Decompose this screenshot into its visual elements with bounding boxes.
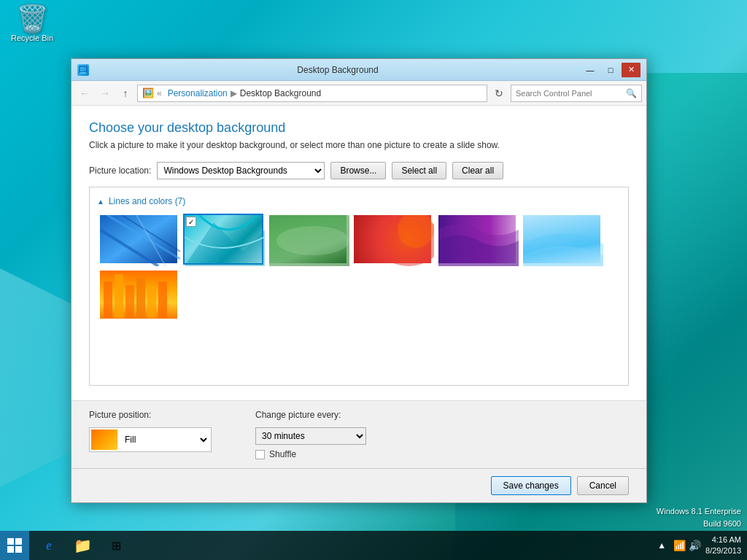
search-input[interactable] (516, 89, 623, 98)
back-button[interactable]: ← (76, 85, 93, 102)
thumbnail-7[interactable] (98, 269, 179, 320)
thumbnail-5[interactable] (437, 214, 517, 265)
up-button[interactable]: ↑ (117, 85, 134, 102)
window-app-icon (77, 64, 89, 76)
svg-line-5 (136, 215, 166, 266)
address-breadcrumb-1: « (157, 88, 162, 98)
volume-icon[interactable]: 🔊 (689, 540, 701, 551)
explorer-icon: 📁 (74, 537, 92, 554)
window-titlebar: Desktop Background — □ ✕ (71, 59, 646, 81)
address-bar[interactable]: 🖼️ « Personalization ▶ Desktop Backgroun… (137, 85, 487, 102)
taskbar-apps: e 📁 ⊞ (29, 532, 649, 559)
taskbar-sys-area: ▲ 📶 🔊 4:16 AM 8/29/2013 (649, 534, 747, 557)
thumbnail-1-image (100, 215, 177, 263)
change-picture-section: Change picture every: 10 seconds 30 seco… (255, 410, 366, 459)
search-box[interactable]: 🔍 (511, 85, 642, 102)
address-separator-1: ▶ (231, 88, 237, 98)
change-picture-row: 10 seconds 30 seconds 1 minute 10 minute… (255, 427, 366, 445)
svg-rect-13 (125, 285, 134, 318)
category-arrow-icon: ▲ (97, 198, 104, 206)
address-part-1[interactable]: Personalization (168, 88, 228, 98)
address-part-2: Desktop Background (240, 88, 321, 98)
svg-rect-15 (147, 289, 156, 318)
thumbnail-3[interactable] (268, 214, 348, 265)
window-title: Desktop Background (95, 65, 581, 75)
svg-line-3 (107, 215, 180, 259)
bottom-controls: Picture position: Fill Fit Stretch Tile … (71, 400, 646, 468)
thumbnail-4-image (354, 215, 431, 263)
settings-icon: ⊞ (112, 539, 121, 553)
position-select[interactable]: Fill Fit Stretch Tile Center (122, 434, 209, 446)
taskbar-sys-icons: 📶 🔊 (673, 540, 701, 551)
page-subtitle: Click a picture to make it your desktop … (89, 140, 629, 150)
thumbnail-2[interactable]: ✓ (183, 214, 263, 265)
maximize-button[interactable]: □ (601, 63, 620, 77)
taskbar-clock[interactable]: 4:16 AM 8/29/2013 (705, 534, 741, 557)
recycle-bin-icon: 🗑️ (6, 6, 58, 32)
recycle-bin[interactable]: 🗑️ Recycle Bin (6, 6, 58, 42)
thumbnail-5-image (438, 215, 516, 263)
svg-rect-11 (104, 281, 112, 318)
save-changes-button[interactable]: Save changes (491, 476, 571, 495)
ie-icon: e (46, 538, 52, 553)
background-thumbnails: ✓ (96, 209, 622, 324)
network-icon[interactable]: 📶 (673, 540, 686, 551)
position-picker[interactable]: Fill Fit Stretch Tile Center (89, 427, 212, 452)
cancel-button[interactable]: Cancel (577, 476, 629, 495)
win-version-line2: Build 9600 (657, 518, 741, 530)
page-title: Choose your desktop background (89, 120, 629, 136)
windows-version: Windows 8.1 Enterprise Build 9600 (657, 505, 741, 529)
picture-location-select[interactable]: Windows Desktop Backgrounds (157, 162, 325, 179)
taskbar-app-explorer[interactable]: 📁 (66, 532, 98, 559)
category-header[interactable]: ▲ Lines and colors (7) (96, 193, 622, 209)
taskbar-date-display: 8/29/2013 (705, 545, 741, 556)
svg-rect-16 (158, 281, 167, 318)
shuffle-checkbox[interactable] (255, 450, 265, 459)
svg-rect-14 (136, 278, 145, 318)
browse-button[interactable]: Browse... (330, 162, 386, 179)
position-preview-image (91, 429, 117, 450)
refresh-button[interactable]: ↻ (490, 85, 508, 102)
background-grid-inner: ▲ Lines and colors (7) (90, 187, 628, 330)
forward-button[interactable]: → (96, 85, 114, 102)
taskbar: e 📁 ⊞ ▲ 📶 🔊 4:16 AM 8/29/2013 (0, 531, 747, 560)
clear-all-button[interactable]: Clear all (452, 162, 503, 179)
window-controls: — □ ✕ (581, 63, 640, 77)
shuffle-row: Shuffle (255, 449, 366, 459)
footer: Save changes Cancel (71, 468, 646, 502)
taskbar-app-ie[interactable]: e (33, 532, 65, 559)
thumbnail-1[interactable] (98, 214, 179, 265)
svg-rect-12 (115, 274, 123, 318)
shuffle-label: Shuffle (269, 449, 296, 459)
thumbnail-4[interactable] (352, 214, 433, 265)
desktop-background-window: Desktop Background — □ ✕ ← → ↑ 🖼️ « Pers… (71, 58, 647, 503)
start-icon (7, 538, 22, 553)
taskbar-show-hidden-icon[interactable]: ▲ (654, 540, 669, 551)
interval-select[interactable]: 10 seconds 30 seconds 1 minute 10 minute… (255, 427, 366, 445)
minimize-button[interactable]: — (581, 63, 600, 77)
select-all-button[interactable]: Select all (392, 162, 446, 179)
thumbnail-6-image (523, 215, 600, 263)
main-content: Choose your desktop background Click a p… (71, 106, 646, 400)
svg-line-2 (100, 230, 158, 266)
navigation-bar: ← → ↑ 🖼️ « Personalization ▶ Desktop Bac… (71, 81, 646, 106)
win-version-line1: Windows 8.1 Enterprise (657, 505, 741, 518)
search-icon: 🔍 (626, 88, 637, 98)
address-icon: 🖼️ (142, 88, 154, 98)
picture-location-label: Picture location: (89, 166, 151, 176)
picture-location-row: Picture location: Windows Desktop Backgr… (89, 162, 629, 179)
close-button[interactable]: ✕ (622, 63, 640, 77)
desktop: 🗑️ Recycle Bin Desktop Background — □ ✕ … (0, 0, 747, 560)
taskbar-app-settings[interactable]: ⊞ (100, 532, 132, 559)
thumbnail-7-image (100, 271, 177, 319)
start-button[interactable] (0, 531, 29, 560)
svg-rect-1 (80, 72, 86, 74)
thumbnail-3-image (269, 215, 347, 263)
thumbnail-2-checkbox[interactable]: ✓ (186, 217, 196, 227)
thumbnail-6[interactable] (522, 214, 602, 265)
taskbar-time-display: 4:16 AM (705, 534, 741, 545)
change-picture-label: Change picture every: (255, 410, 366, 420)
svg-rect-0 (80, 66, 87, 72)
recycle-bin-label: Recycle Bin (6, 34, 58, 42)
background-grid-container[interactable]: ▲ Lines and colors (7) (89, 187, 629, 386)
